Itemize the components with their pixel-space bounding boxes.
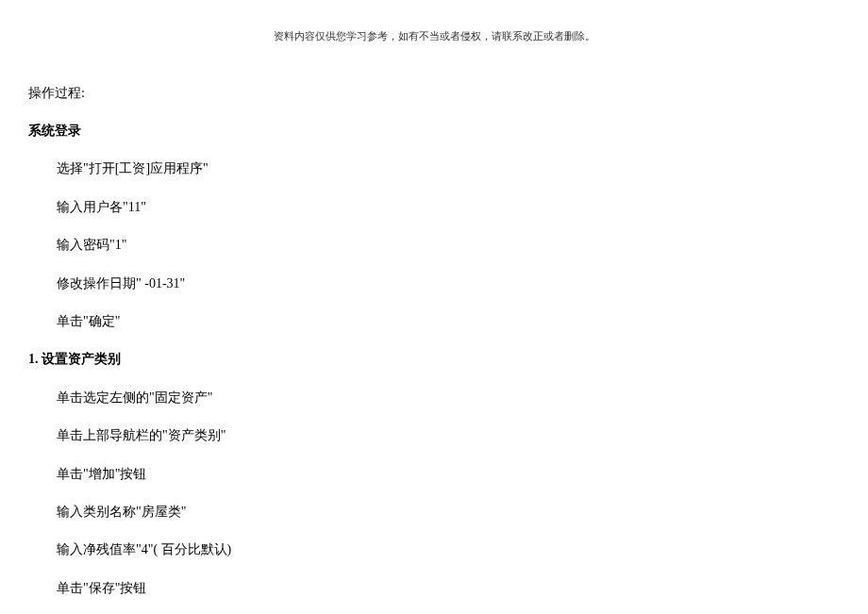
- step-item: 单击选定左侧的"固定资产": [28, 388, 840, 408]
- step-item: 单击上部导航栏的"资产类别": [28, 425, 840, 446]
- header-note: 资料内容仅供您学习参考，如有不当或者侵权，请联系改正或者删除。: [0, 0, 868, 83]
- section-login-title: 系统登录: [28, 121, 840, 141]
- step-item: 输入用户各"11": [28, 197, 840, 218]
- step-item: 输入净残值率"4"( 百分比默认): [28, 539, 840, 560]
- step-item: 选择"打开[工资]应用程序": [28, 158, 840, 179]
- step-item: 修改操作日期" -01-31": [28, 274, 840, 294]
- step-item: 输入密码"1": [28, 235, 840, 256]
- step-item: 单击"增加"按钮: [28, 464, 840, 485]
- document-content: 操作过程: 系统登录 选择"打开[工资]应用程序" 输入用户各"11" 输入密码…: [0, 83, 868, 614]
- step-item: 单击"保存"按钮: [28, 578, 840, 599]
- step-item: 单击"确定": [28, 311, 840, 332]
- section-asset-title: 1. 设置资产类别: [28, 349, 840, 370]
- step-item: 输入类别名称"房屋类": [28, 502, 840, 523]
- process-title: 操作过程:: [28, 83, 840, 104]
